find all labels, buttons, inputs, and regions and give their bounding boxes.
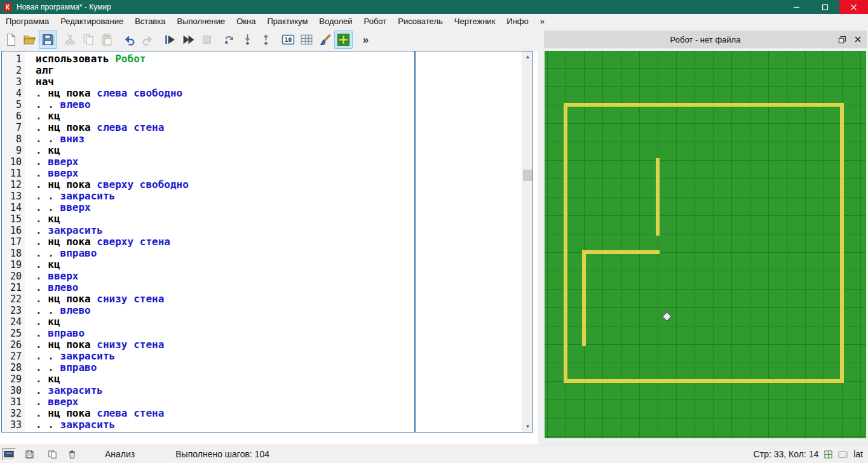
robot-field[interactable] xyxy=(545,51,866,438)
code-line: нач xyxy=(36,76,414,88)
keyboard-layout-label: lat xyxy=(853,449,863,459)
menu-item-windows[interactable]: Окна xyxy=(231,15,261,28)
line-number: 7 xyxy=(2,122,25,133)
line-number: 24 xyxy=(2,316,25,328)
toolbar-overflow-button[interactable]: » xyxy=(356,30,375,49)
code-line: . . влево xyxy=(36,99,414,111)
menu-item-program[interactable]: Программа xyxy=(0,15,55,28)
menu-item-robot[interactable]: Робот xyxy=(358,15,393,28)
grid-line xyxy=(860,51,861,438)
robot-window-title: Робот - нет файла xyxy=(670,35,741,44)
undo-button[interactable] xyxy=(120,30,139,49)
code-line: . . влево xyxy=(36,305,414,316)
scroll-up-icon[interactable]: ▲ xyxy=(522,51,533,62)
menu-item-chertezhnik[interactable]: Чертежник xyxy=(449,15,501,28)
grid-line xyxy=(545,344,866,345)
cursor-position-label: Стр: 33, Кол: 14 xyxy=(754,449,819,459)
code-line: . . закрасить xyxy=(36,351,414,362)
step-over-button[interactable] xyxy=(220,30,238,49)
redo-button xyxy=(139,30,157,49)
code-line: . нц пока слева свободно xyxy=(36,88,414,99)
code-line: . нц пока сверху свободно xyxy=(36,179,414,191)
maximize-button[interactable] xyxy=(811,0,839,14)
robot-field-icon xyxy=(337,33,350,46)
menu-item-practicum[interactable]: Практикум xyxy=(261,15,313,28)
grid-line xyxy=(545,289,866,290)
run-fast-button[interactable] xyxy=(179,30,198,49)
code-line: . кц xyxy=(36,373,414,385)
run-fast-icon xyxy=(182,33,195,46)
menu-item-risovatel[interactable]: Рисователь xyxy=(392,15,448,28)
step-in-button[interactable] xyxy=(238,30,257,49)
grid-line xyxy=(545,68,866,69)
io-panel-icon: 10 xyxy=(281,33,295,46)
step-out-button[interactable] xyxy=(257,30,275,49)
variables-window-button[interactable] xyxy=(297,30,316,49)
line-number: 10 xyxy=(2,156,25,168)
undo-icon xyxy=(123,33,136,46)
grid-line xyxy=(545,418,866,419)
undock-icon[interactable] xyxy=(838,36,846,44)
trash-icon[interactable] xyxy=(67,450,77,459)
steps-counter-label: Выполнено шагов: 104 xyxy=(175,449,269,459)
close-robot-window-icon[interactable] xyxy=(854,36,862,43)
save-small-icon[interactable] xyxy=(25,450,34,459)
robot-field-button[interactable] xyxy=(334,30,353,49)
io-panel-button[interactable]: 10 xyxy=(279,30,297,49)
line-number: 13 xyxy=(2,191,25,202)
copy-small-icon[interactable] xyxy=(48,450,57,459)
save-file-button[interactable] xyxy=(39,30,57,49)
code-area[interactable]: использовать Роботалгнач. нц пока слева … xyxy=(25,51,414,432)
mode-label: Анализ xyxy=(105,449,135,459)
menu-overflow[interactable]: » xyxy=(534,15,550,28)
io-indicator-icon[interactable] xyxy=(2,448,16,460)
code-line: . . вправо xyxy=(36,362,414,373)
wall-segment xyxy=(656,158,660,236)
robot xyxy=(661,311,672,321)
redo-icon xyxy=(141,33,154,46)
grid-line xyxy=(547,51,548,438)
line-number: 21 xyxy=(2,282,25,293)
line-number: 1 xyxy=(2,53,25,65)
grid-line xyxy=(545,326,866,326)
new-file-button[interactable] xyxy=(2,30,20,49)
line-number: 12 xyxy=(2,179,25,191)
minimize-button[interactable] xyxy=(782,0,811,14)
scroll-down-icon[interactable]: ▼ xyxy=(522,421,533,432)
editor-scrollbar[interactable]: ▲ ▼ xyxy=(522,51,532,432)
code-line: . нц пока снизу стена xyxy=(36,293,414,305)
robot-window-titlebar[interactable]: Робот - нет файла xyxy=(544,30,867,48)
line-number: 5 xyxy=(2,99,25,111)
code-line: . кц xyxy=(36,259,414,271)
menu-item-info[interactable]: Инфо xyxy=(501,15,534,28)
line-number: 26 xyxy=(2,339,25,351)
code-editor[interactable]: 1234567891011121314151617181920212223242… xyxy=(1,51,533,433)
scrollbar-thumb[interactable] xyxy=(523,170,532,181)
menu-item-insert[interactable]: Вставка xyxy=(129,15,171,28)
run-button[interactable] xyxy=(161,30,179,49)
status-bar: Анализ Выполнено шагов: 104 Стр: 33, Кол… xyxy=(0,445,868,463)
open-folder-icon xyxy=(23,33,36,46)
menu-item-editing[interactable]: Редактирование xyxy=(55,15,129,28)
menu-item-vodoley[interactable]: Водолей xyxy=(313,15,358,28)
title-bar: К Новая программа* - Кумир xyxy=(0,0,868,14)
menu-item-execution[interactable]: Выполнение xyxy=(171,15,231,28)
wall-segment xyxy=(564,103,567,383)
line-number: 14 xyxy=(2,202,25,213)
grid-line xyxy=(545,123,866,124)
paste-icon xyxy=(100,33,114,46)
chevron-double-icon: » xyxy=(363,34,369,45)
close-button[interactable] xyxy=(839,0,868,14)
code-line: . . закрасить xyxy=(36,419,414,431)
grid-line xyxy=(545,142,866,142)
field-small-icon xyxy=(824,450,832,459)
open-file-button[interactable] xyxy=(20,30,39,49)
code-line: . кц xyxy=(36,316,414,328)
grid-line xyxy=(545,436,866,437)
wall-segment xyxy=(582,250,660,254)
code-line: . . вверх xyxy=(36,202,414,213)
code-line: . . вниз xyxy=(36,133,414,145)
painter-window-button[interactable] xyxy=(316,30,334,49)
editor-margin xyxy=(416,51,523,432)
line-number: 18 xyxy=(2,248,25,259)
